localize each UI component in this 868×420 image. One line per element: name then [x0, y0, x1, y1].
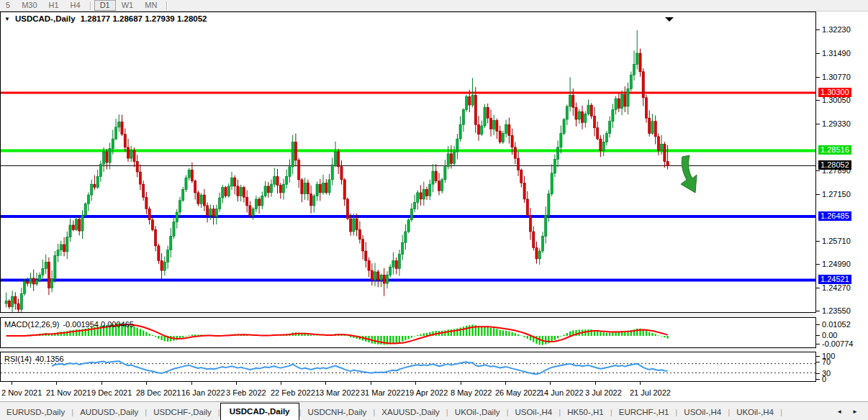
- candle: [493, 120, 495, 129]
- candle: [151, 220, 153, 230]
- candle: [605, 133, 607, 142]
- axis-tick-mark: [816, 362, 820, 362]
- chart-tab-ukoil-h4[interactable]: UKOil-,H4: [730, 404, 780, 420]
- candle: [5, 301, 7, 304]
- candle: [569, 96, 571, 106]
- candle: [313, 196, 315, 206]
- candle: [267, 186, 269, 193]
- chart-tab-usdchf-daily[interactable]: USDCHF-,Daily: [147, 404, 218, 420]
- date-label: 9 Dec 2021: [91, 388, 132, 397]
- date-label: 8 May 2022: [451, 388, 492, 397]
- tab-scroll-left-icon[interactable]: ◄: [836, 408, 842, 415]
- axis-tick-mark: [816, 77, 820, 78]
- date-tick-mark: [12, 382, 12, 385]
- timeframe-button-h1[interactable]: H1: [43, 0, 65, 11]
- candle: [425, 189, 428, 196]
- candle: [14, 296, 17, 303]
- candle: [453, 152, 456, 163]
- main-chart-panel[interactable]: ▼ USDCAD-,Daily 1.28177 1.28687 1.27939 …: [0, 12, 816, 313]
- candle: [12, 296, 14, 306]
- chart-tab-usoil-h4[interactable]: USOil-,H4: [508, 404, 559, 420]
- candle: [203, 195, 205, 206]
- candle: [612, 110, 614, 122]
- chart-tab-usoil-h4[interactable]: USOil-,H4: [677, 404, 728, 420]
- macd-indicator-panel[interactable]: MACD(12,26,9) -0.001954 0.000465: [0, 317, 816, 348]
- chart-ohlc-values: 1.28177 1.28687 1.27939 1.28052: [81, 14, 207, 23]
- candle: [551, 173, 553, 194]
- candle: [553, 160, 556, 173]
- candle: [178, 201, 181, 212]
- candle: [307, 183, 309, 193]
- timeframe-button-h4[interactable]: H4: [65, 0, 86, 11]
- candle: [414, 202, 416, 209]
- tab-scroll-controls: ◄►: [826, 408, 868, 420]
- candle: [481, 126, 483, 134]
- date-label: 21 Jul 2022: [630, 388, 671, 397]
- candle: [456, 139, 458, 152]
- axis-tick-mark: [816, 29, 820, 30]
- date-label: 22 Feb 2022: [271, 388, 315, 397]
- timeframe-button-5[interactable]: 5: [0, 0, 16, 11]
- chart-tab-audusd-daily[interactable]: AUDUSD-,Daily: [73, 404, 145, 420]
- chart-shift-marker-icon[interactable]: [665, 17, 674, 22]
- candle: [96, 176, 99, 187]
- date-label: 3 Jul 2022: [585, 388, 622, 397]
- chart-tab-ukoil-daily[interactable]: UKOil-,Daily: [448, 404, 507, 420]
- candle: [91, 184, 93, 195]
- timeframe-button-m30[interactable]: M30: [16, 0, 42, 11]
- candle: [563, 119, 565, 133]
- candle: [633, 64, 635, 75]
- candle: [374, 272, 376, 280]
- toolbar-separator: [166, 1, 167, 10]
- candle: [581, 111, 583, 122]
- timeframe-button-d1[interactable]: D1: [94, 0, 116, 11]
- candle: [249, 206, 251, 216]
- rsi-label: RSI(14) 40.1356: [4, 355, 64, 363]
- candle: [666, 162, 669, 166]
- candle: [334, 152, 336, 165]
- axis-tick-mark: [816, 53, 820, 54]
- date-label: 21 Nov 2021: [46, 388, 91, 397]
- candle: [264, 186, 266, 196]
- price-axis[interactable]: 1.322301.314901.307701.300501.293301.278…: [816, 12, 868, 401]
- chart-symbol-label: USDCAD-,Daily: [15, 14, 76, 23]
- candle: [118, 122, 120, 127]
- candle: [234, 178, 236, 186]
- candle: [590, 105, 592, 116]
- candle: [124, 134, 126, 147]
- candle: [410, 209, 412, 219]
- date-tick-mark: [415, 382, 416, 385]
- rsi-chart-canvas[interactable]: [1, 352, 815, 381]
- chart-tab-usdcad-daily[interactable]: USDCAD-,Daily: [220, 403, 299, 420]
- candle: [600, 139, 602, 150]
- candle: [615, 99, 617, 109]
- date-axis[interactable]: 2 Nov 202121 Nov 20219 Dec 202128 Dec 20…: [0, 382, 868, 401]
- candle: [255, 199, 257, 209]
- candle: [466, 96, 468, 109]
- candle: [66, 237, 68, 252]
- timeframe-button-mn[interactable]: MN: [139, 0, 163, 11]
- candle: [106, 152, 108, 163]
- chart-tab-xauusd-daily[interactable]: XAUUSD-,Daily: [375, 404, 446, 420]
- candlestick-chart-canvas[interactable]: [1, 12, 815, 312]
- price-tick-label: 1.24270: [822, 283, 851, 292]
- candle: [377, 272, 379, 280]
- rsi-indicator-panel[interactable]: RSI(14) 40.1356: [0, 352, 816, 382]
- chart-tab-eurchf-h1[interactable]: EURCHF-,H1: [612, 404, 676, 420]
- candle: [322, 183, 324, 193]
- candle: [163, 262, 166, 270]
- tab-scroll-right-icon[interactable]: ►: [852, 408, 858, 415]
- date-tick-mark: [56, 382, 57, 385]
- timeframe-button-w1[interactable]: W1: [116, 0, 140, 11]
- trend-down-arrow-annotation[interactable]: [681, 155, 697, 193]
- chart-tab-usdcnh-daily[interactable]: USDCNH-,Daily: [302, 404, 374, 420]
- candle: [343, 180, 345, 199]
- symbol-dropdown-icon[interactable]: ▼: [4, 16, 10, 22]
- date-label: 31 Mar 2022: [361, 388, 405, 397]
- candle: [474, 96, 476, 125]
- date-label: 3 Feb 2022: [226, 388, 266, 397]
- candle: [161, 261, 163, 271]
- chart-tab-hk50-h1[interactable]: HK50-,H1: [561, 404, 610, 420]
- chart-tab-eurusd-daily[interactable]: EURUSD-,Daily: [0, 404, 71, 420]
- rsi-line: [52, 361, 668, 374]
